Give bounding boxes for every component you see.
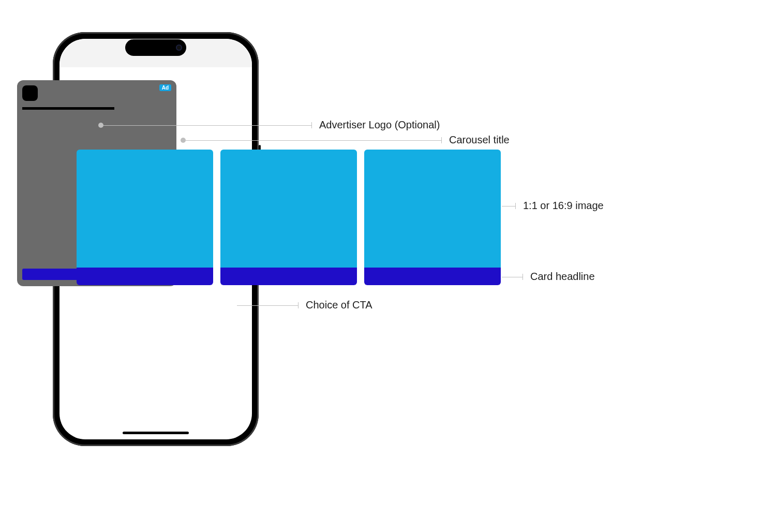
annotation-cta: Choice of CTA — [306, 299, 372, 311]
annotation-tick-icon — [515, 203, 516, 209]
card-image-placeholder — [77, 150, 213, 268]
annotation-card-headline: Card headline — [530, 271, 595, 283]
card-image-placeholder — [220, 150, 357, 268]
annotation-advertiser-logo: Advertiser Logo (Optional) — [319, 119, 440, 131]
annotation-pin-icon — [98, 123, 103, 128]
phone-camera-icon — [176, 45, 182, 51]
card-headline-placeholder — [220, 268, 357, 285]
annotation-pin-icon — [181, 138, 186, 143]
annotation-leader-line — [237, 305, 298, 306]
card-headline-placeholder — [77, 268, 213, 285]
carousel-cards[interactable] — [77, 150, 501, 285]
carousel-card[interactable] — [77, 150, 213, 285]
annotation-tick-icon — [441, 137, 442, 143]
annotation-leader-line — [502, 277, 523, 277]
annotation-image-ratio: 1:1 or 16:9 image — [523, 200, 604, 212]
carousel-card[interactable] — [364, 150, 501, 285]
annotation-tick-icon — [523, 274, 523, 280]
annotation-tick-icon — [298, 302, 299, 308]
card-image-placeholder — [364, 150, 501, 268]
annotation-carousel-title: Carousel title — [449, 134, 510, 146]
carousel-card[interactable] — [220, 150, 357, 285]
phone-home-indicator — [123, 432, 189, 434]
annotation-leader-line — [502, 206, 515, 206]
diagram-stage: Ad Advertiser Logo (Optional) Carousel t… — [0, 0, 776, 532]
advertiser-logo-placeholder — [22, 85, 38, 101]
ad-badge: Ad — [159, 84, 171, 91]
card-headline-placeholder — [364, 268, 501, 285]
phone-dynamic-island-icon — [125, 39, 186, 56]
annotation-leader-line — [103, 125, 311, 126]
annotation-leader-line — [186, 140, 441, 141]
annotation-tick-icon — [311, 122, 312, 128]
carousel-title-placeholder — [22, 107, 114, 110]
